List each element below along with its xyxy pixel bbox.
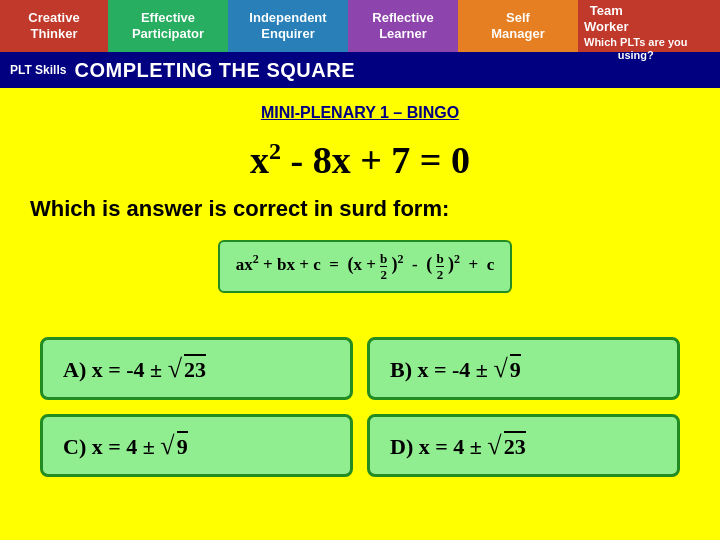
answer-c-sqrt: √9 <box>160 431 187 460</box>
formula-box: ax2 + bx + c = (x + b 2 )2 - ( b 2 )2 + … <box>218 240 512 293</box>
reflective-learner-label: Reflective Learner <box>372 10 433 41</box>
answer-b[interactable]: B) x = -4 ± √9 <box>367 337 680 400</box>
which-plts-text: Which PLTs are youusing? <box>584 36 688 62</box>
equation-display: x2 - 8x + 7 = 0 <box>30 138 690 182</box>
answer-c[interactable]: C) x = 4 ± √9 <box>40 414 353 477</box>
answer-c-label: C) x = 4 ± <box>63 434 155 459</box>
self-manager-label: Self Manager <box>491 10 544 41</box>
header-cell-self: Self Manager <box>458 0 578 52</box>
lesson-title: COMPLETING THE SQUARE <box>74 59 355 82</box>
answer-d[interactable]: D) x = 4 ± √23 <box>367 414 680 477</box>
answer-a[interactable]: A) x = -4 ± √23 <box>40 337 353 400</box>
formula-text: ax2 + bx + c = (x + b 2 )2 - ( b 2 )2 + … <box>236 255 494 274</box>
header-cell-team: Team Worker Which PLTs are youusing? <box>578 0 720 52</box>
header-cell-independent: Independent Enquirer <box>228 0 348 52</box>
answer-d-label: D) x = 4 ± <box>390 434 482 459</box>
question-text: Which is answer is correct in surd form: <box>30 196 690 222</box>
mini-plenary-title: MINI-PLENARY 1 – BINGO <box>30 104 690 122</box>
answer-grid: A) x = -4 ± √23 B) x = -4 ± √9 C) x = 4 … <box>30 337 690 477</box>
effective-participator-label: Effective Participator <box>132 10 204 41</box>
answer-a-label: A) x = -4 ± <box>63 357 162 382</box>
team-worker-label: Team Worker <box>584 3 629 34</box>
main-content: MINI-PLENARY 1 – BINGO x2 - 8x + 7 = 0 W… <box>0 88 720 487</box>
header-bar: Creative Thinker Effective Participator … <box>0 0 720 52</box>
answer-a-sqrt: √23 <box>168 354 206 383</box>
creative-thinker-label: Creative Thinker <box>28 10 79 41</box>
answer-b-label: B) x = -4 ± <box>390 357 488 382</box>
independent-enquirer-label: Independent Enquirer <box>249 10 326 41</box>
answer-d-sqrt: √23 <box>487 431 525 460</box>
header-cell-reflective: Reflective Learner <box>348 0 458 52</box>
header-cell-creative: Creative Thinker <box>0 0 108 52</box>
plt-skills-label: PLT Skills <box>10 63 66 77</box>
answer-b-sqrt: √9 <box>493 354 520 383</box>
header-cell-effective: Effective Participator <box>108 0 228 52</box>
